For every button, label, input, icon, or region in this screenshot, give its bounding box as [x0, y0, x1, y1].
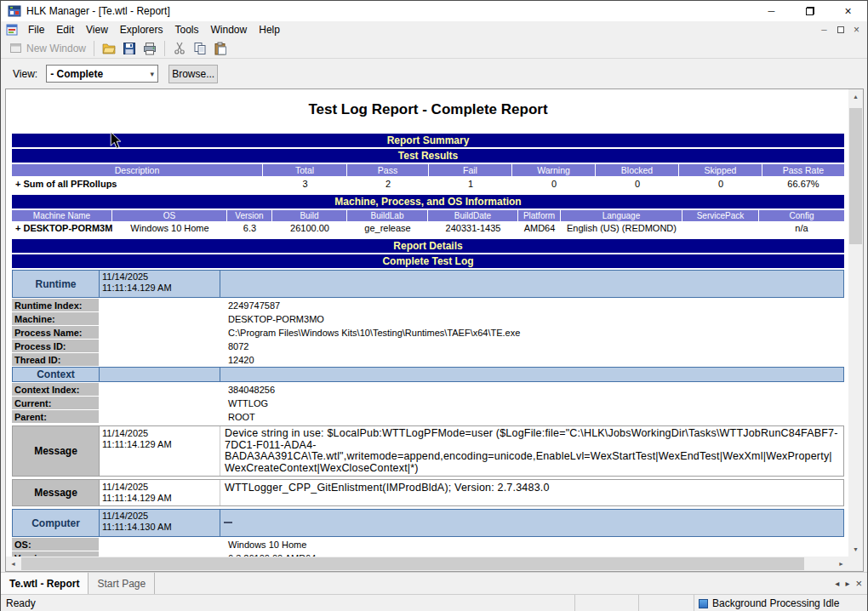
field-context-index: Context Index: 384048256 — [12, 383, 844, 396]
horizontal-scrollbar[interactable]: ◄ ► — [6, 557, 848, 571]
field-current: Current: WTTLOG — [12, 397, 844, 409]
test-results-column-headers: Description Total Pass Fail Warning Bloc… — [12, 164, 844, 176]
statusbar: Ready Background Processing Idle — [1, 594, 867, 611]
scroll-up-icon[interactable]: ▲ — [848, 89, 863, 104]
menu-explorers[interactable]: Explorers — [114, 21, 169, 38]
runtime-time: 11:11:14.129 AM — [102, 283, 217, 294]
paste-button[interactable] — [210, 40, 231, 57]
tab-scroll-left-icon[interactable]: ◂ — [835, 579, 839, 588]
col-build: Build — [272, 210, 347, 221]
toolbar: New Window — [1, 38, 867, 59]
status-message: Ready — [1, 597, 36, 609]
scroll-down-icon[interactable]: ▼ — [848, 542, 863, 557]
window-controls: ─ × — [752, 1, 867, 21]
menu-tools[interactable]: Tools — [169, 21, 205, 38]
field-label: Process ID: — [12, 340, 99, 352]
log-section-runtime[interactable]: Runtime 11/14/2025 11:11:14.129 AM — [12, 270, 844, 298]
cut-button[interactable] — [169, 40, 190, 57]
context-section-label: Context — [13, 368, 100, 381]
minimize-button[interactable]: ─ — [752, 1, 791, 21]
restore-button[interactable] — [791, 1, 829, 21]
field-process-id: Process ID: 8072 — [12, 340, 844, 352]
col-os: OS — [112, 210, 227, 221]
message-time: 11:11:14.129 AM — [102, 439, 217, 450]
report-view: Test Log Report - Complete Report Report… — [5, 89, 864, 572]
cell-builddate: 240331-1435 — [428, 223, 518, 233]
mdi-minimize-button[interactable]: ─ — [817, 24, 831, 37]
field-value: WTTLOG — [221, 397, 844, 409]
col-blocked: Blocked — [596, 164, 679, 176]
scroll-right-icon[interactable]: ► — [834, 557, 848, 571]
field-spacer — [99, 538, 221, 551]
computer-timestamp: 11/14/2025 11:11:14.130 AM — [100, 510, 220, 536]
field-label: Machine: — [12, 312, 99, 325]
field-spacer — [99, 299, 221, 311]
col-pass-rate: Pass Rate — [762, 164, 844, 176]
runtime-section-label: Runtime — [13, 271, 100, 297]
new-window-label: New Window — [26, 43, 86, 54]
copy-button[interactable] — [190, 40, 210, 57]
log-message-device-string: Message 11/14/2025 11:11:14.129 AM Devic… — [12, 425, 844, 477]
log-section-context[interactable]: Context — [12, 367, 844, 382]
cell-blocked: 0 — [596, 179, 679, 189]
log-section-computer[interactable]: Computer 11/14/2025 11:11:14.130 AM — [12, 509, 844, 537]
mdi-close-button[interactable]: × — [849, 24, 864, 37]
col-version: Version — [227, 210, 272, 221]
cell-platform: AMD64 — [518, 223, 561, 233]
menu-file[interactable]: File — [22, 21, 50, 38]
computer-time: 11:11:14.130 AM — [102, 522, 217, 533]
message-text: WTTLogger_CPP_GitEnlistment(IMProdBldA);… — [220, 480, 843, 505]
view-combobox[interactable]: - Complete ▾ — [46, 65, 158, 83]
open-button[interactable] — [99, 40, 119, 57]
menu-help[interactable]: Help — [253, 21, 286, 38]
field-label: Thread ID: — [12, 353, 99, 366]
menu-edit[interactable]: Edit — [50, 21, 80, 38]
scroll-left-icon[interactable]: ◄ — [6, 557, 20, 571]
vertical-scrollbar[interactable]: ▲ ▼ — [848, 89, 863, 557]
test-results-header: Test Results — [12, 149, 844, 163]
print-button[interactable] — [140, 40, 160, 57]
cell-description[interactable]: + Sum of all PFRollups — [12, 179, 263, 189]
cell-skipped: 0 — [679, 179, 762, 189]
browse-button-label: Browse... — [172, 68, 214, 80]
menu-view-label: View — [86, 24, 108, 36]
menu-window[interactable]: Window — [205, 21, 254, 38]
menu-view[interactable]: View — [80, 21, 114, 38]
report-summary-header: Report Summary — [12, 134, 844, 147]
copy-icon — [193, 42, 207, 55]
machine-row[interactable]: + DESKTOP-PORM3MO Windows 10 Home 6.3 26… — [12, 221, 844, 235]
horizontal-scroll-thumb[interactable] — [21, 557, 804, 570]
window-title: HLK Manager - [Te.wtl - Report] — [26, 5, 170, 17]
browse-button[interactable]: Browse... — [168, 65, 218, 83]
field-runtime-index: Runtime Index: 2249747587 — [12, 299, 844, 311]
message-time: 11:11:14.129 AM — [102, 493, 217, 504]
test-results-row[interactable]: + Sum of all PFRollups 3 2 1 0 0 0 66.67… — [12, 176, 844, 191]
cell-machine-name[interactable]: + DESKTOP-PORM3MO — [12, 223, 112, 233]
tab-scroll-right-icon[interactable]: ▸ — [845, 579, 849, 588]
cell-version: 6.3 — [227, 223, 272, 233]
background-processing-icon — [699, 599, 708, 608]
vertical-scroll-thumb[interactable] — [849, 108, 862, 244]
save-button[interactable] — [119, 40, 140, 57]
document-icon — [6, 24, 18, 36]
open-folder-icon — [102, 42, 116, 55]
new-window-button[interactable]: New Window — [6, 40, 89, 57]
cell-pass-rate: 66.67% — [762, 179, 844, 189]
field-value: ROOT — [221, 410, 844, 423]
computer-section-content — [220, 510, 843, 536]
message-timestamp: 11/14/2025 11:11:14.129 AM — [100, 426, 220, 476]
collapsed-content-marker[interactable] — [224, 522, 232, 523]
toolbar-separator — [164, 41, 165, 56]
field-label: Process Name: — [12, 326, 99, 339]
tab-report[interactable]: Te.wtl - Report — [1, 573, 89, 594]
message-date: 11/14/2025 — [102, 428, 217, 439]
close-button[interactable]: × — [829, 1, 867, 21]
tab-close-icon[interactable]: × — [855, 577, 862, 590]
field-spacer — [99, 340, 221, 352]
cell-os: Windows 10 Home — [112, 223, 227, 233]
mdi-restore-button[interactable] — [833, 24, 848, 37]
minimize-icon: ─ — [768, 6, 775, 16]
tab-start-page[interactable]: Start Page — [89, 573, 155, 594]
field-value: Windows 10 Home — [221, 538, 844, 551]
cell-total: 3 — [263, 179, 347, 189]
